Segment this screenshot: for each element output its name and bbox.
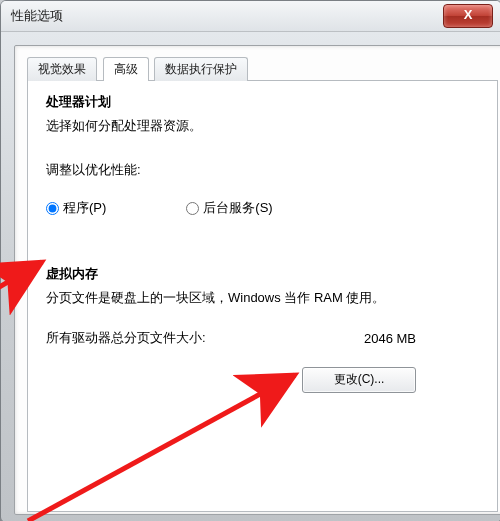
tab-advanced[interactable]: 高级 <box>103 57 149 82</box>
virtual-memory-title: 虚拟内存 <box>46 265 479 283</box>
radio-programs-input[interactable] <box>46 202 59 215</box>
performance-options-window: 性能选项 X 视觉效果 高级 数据执行保护 处理器计划 选择如何分配处理器资源。… <box>0 0 500 521</box>
radio-programs-label: 程序(P) <box>63 199 106 217</box>
processor-scheduling-title: 处理器计划 <box>46 93 479 111</box>
processor-scheduling-desc: 选择如何分配处理器资源。 <box>46 117 479 135</box>
tab-visual-effects[interactable]: 视觉效果 <box>27 57 97 81</box>
radio-services-label: 后台服务(S) <box>203 199 272 217</box>
radio-background-services[interactable]: 后台服务(S) <box>186 199 272 217</box>
titlebar: 性能选项 X <box>1 1 500 32</box>
virtual-memory-desc: 分页文件是硬盘上的一块区域，Windows 当作 RAM 使用。 <box>46 289 416 307</box>
close-icon: X <box>464 7 473 22</box>
tab-page-advanced: 处理器计划 选择如何分配处理器资源。 调整以优化性能: 程序(P) 后台服务(S… <box>27 81 498 512</box>
radio-services-input[interactable] <box>186 202 199 215</box>
tab-dep[interactable]: 数据执行保护 <box>154 57 248 81</box>
change-button[interactable]: 更改(C)... <box>302 367 416 393</box>
optimize-label: 调整以优化性能: <box>46 161 479 179</box>
close-button[interactable]: X <box>443 4 493 28</box>
dialog-client-area: 视觉效果 高级 数据执行保护 处理器计划 选择如何分配处理器资源。 调整以优化性… <box>14 45 500 515</box>
tab-strip: 视觉效果 高级 数据执行保护 <box>27 56 498 81</box>
pagefile-total-value: 2046 MB <box>364 331 416 346</box>
radio-programs[interactable]: 程序(P) <box>46 199 106 217</box>
pagefile-total-label: 所有驱动器总分页文件大小: <box>46 329 206 347</box>
window-title: 性能选项 <box>11 8 63 23</box>
scheduling-radio-group: 程序(P) 后台服务(S) <box>46 199 479 217</box>
